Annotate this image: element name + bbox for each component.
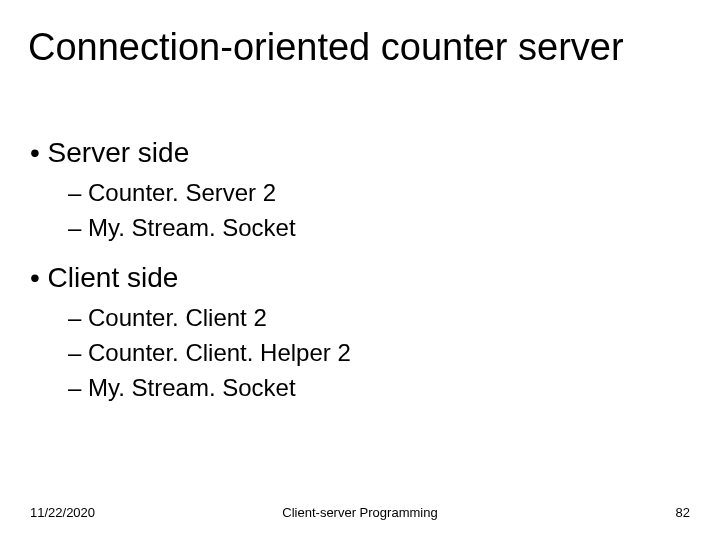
sub-bullet: – My. Stream. Socket — [68, 371, 690, 406]
footer-page: 82 — [676, 505, 690, 520]
dash-marker: – — [68, 214, 88, 241]
sub-bullet-text: My. Stream. Socket — [88, 214, 296, 241]
sub-bullet-text: My. Stream. Socket — [88, 374, 296, 401]
dash-marker: – — [68, 374, 88, 401]
sub-bullet: – Counter. Server 2 — [68, 176, 690, 211]
bullet-marker: • — [30, 137, 48, 168]
sub-bullet: – Counter. Client 2 — [68, 301, 690, 336]
sub-bullet-text: Counter. Client. Helper 2 — [88, 339, 351, 366]
slide-title: Connection-oriented counter server — [28, 26, 624, 69]
bullet-client-side: • Client side — [30, 259, 690, 297]
bullet-server-side: • Server side — [30, 134, 690, 172]
bullet-text: Client side — [48, 262, 179, 293]
sub-bullet: – My. Stream. Socket — [68, 211, 690, 246]
slide: Connection-oriented counter server • Ser… — [0, 0, 720, 540]
slide-body: • Server side – Counter. Server 2 – My. … — [30, 128, 690, 420]
dash-marker: – — [68, 339, 88, 366]
dash-marker: – — [68, 304, 88, 331]
sub-bullet-text: Counter. Client 2 — [88, 304, 267, 331]
footer-center: Client-server Programming — [30, 505, 690, 520]
bullet-text: Server side — [48, 137, 190, 168]
client-side-sublist: – Counter. Client 2 – Counter. Client. H… — [68, 301, 690, 405]
bullet-marker: • — [30, 262, 48, 293]
sub-bullet-text: Counter. Server 2 — [88, 179, 276, 206]
server-side-sublist: – Counter. Server 2 – My. Stream. Socket — [68, 176, 690, 246]
dash-marker: – — [68, 179, 88, 206]
sub-bullet: – Counter. Client. Helper 2 — [68, 336, 690, 371]
